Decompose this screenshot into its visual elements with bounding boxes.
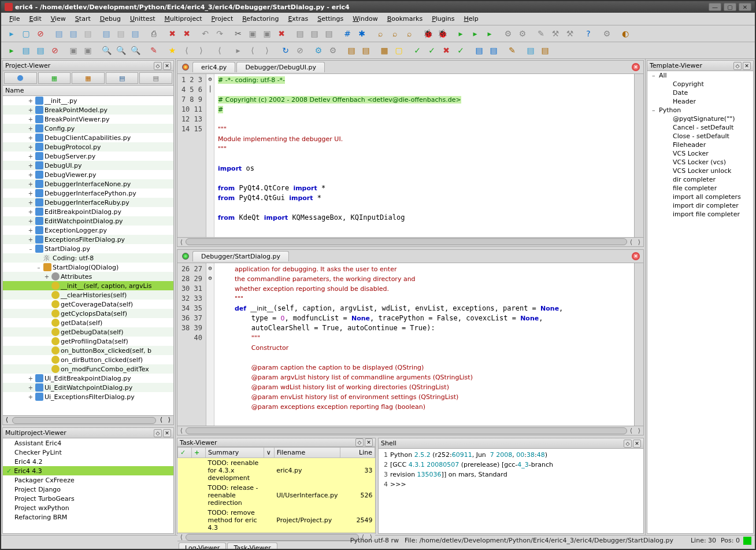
toolbar-button[interactable]: ◐	[618, 27, 632, 40]
expand-icon[interactable]: –	[35, 264, 42, 271]
toolbar-button[interactable]: ⟩	[260, 43, 274, 57]
expand-icon[interactable]: +	[27, 172, 34, 178]
project-tab-sources[interactable]	[4, 72, 37, 84]
tree-row[interactable]: +DebuggerInterfacePython.py	[3, 189, 173, 198]
toolbar-button[interactable]: ✎	[505, 43, 519, 57]
toolbar-button[interactable]: ✓	[454, 43, 468, 57]
toolbar-button[interactable]: ★	[165, 43, 179, 57]
toolbar-button[interactable]: ⚒	[549, 27, 562, 40]
tree-row[interactable]: getData(self)	[3, 318, 173, 327]
toolbar-button[interactable]: ⊘	[34, 27, 47, 40]
list-item[interactable]: Project TurboGears	[3, 494, 173, 503]
toolbar-button[interactable]: ▣	[246, 27, 260, 40]
expand-icon[interactable]: +	[27, 375, 34, 382]
project-scrollbar[interactable]: ⟨⟨⟩	[3, 415, 173, 425]
bottom-tab-log[interactable]: Log-Viewer	[179, 542, 226, 550]
menu-window[interactable]: Window	[348, 14, 382, 24]
toolbar-button[interactable]: 🔍	[114, 43, 128, 57]
tree-row[interactable]: –StartDialog.py	[3, 244, 173, 253]
bottom-tab-task[interactable]: Task-Viewer	[227, 542, 277, 550]
toolbar-button[interactable]: ▢	[19, 27, 33, 40]
panel-float-icon[interactable]: ◇	[154, 429, 162, 437]
maximize-button[interactable]: ▢	[724, 3, 736, 11]
task-col-summary[interactable]: Summary	[206, 448, 264, 458]
expand-icon[interactable]: +	[43, 274, 50, 280]
toolbar-button[interactable]: ▣	[260, 27, 274, 40]
tree-row[interactable]: +DebugViewer.py	[3, 170, 173, 179]
template-item[interactable]: import dir completer	[647, 201, 753, 210]
menu-view[interactable]: View	[46, 14, 71, 24]
toolbar-button[interactable]: ⚙	[501, 27, 515, 40]
toolbar-button[interactable]: 🔍	[128, 43, 142, 57]
editor1-body[interactable]: 1 2 3 4 5 6 7 8 9 10 11 12 13 14 15 ⊖ │ …	[177, 74, 643, 237]
toolbar-button[interactable]: ✖	[180, 27, 194, 40]
toolbar-button[interactable]: ▤	[359, 43, 373, 57]
template-item[interactable]: –All	[647, 71, 753, 80]
template-item[interactable]: @pyqtSignature("")	[647, 115, 753, 123]
tree-row[interactable]: __clearHistories(self)	[3, 290, 173, 300]
toolbar-button[interactable]: ▤	[322, 27, 336, 40]
menu-extras[interactable]: Extras	[283, 14, 313, 24]
editor1-hscroll[interactable]: ⟨⟨⟩	[177, 237, 643, 246]
toolbar-button[interactable]: ↻	[279, 43, 292, 57]
editor-close-icon[interactable]: ✕	[632, 63, 640, 71]
toolbar-button[interactable]: ▤	[114, 27, 128, 40]
tree-row[interactable]: +EditBreakpointDialog.py	[3, 207, 173, 216]
tree-row[interactable]: +DebugClientCapabilities.py	[3, 133, 173, 142]
toolbar-button[interactable]: ⊘	[293, 43, 307, 57]
task-col-filename[interactable]: Filename	[274, 448, 340, 458]
tree-row[interactable]: +DebuggerInterfaceRuby.py	[3, 198, 173, 207]
toolbar-button[interactable]: ✖	[165, 27, 179, 40]
template-tree[interactable]: –AllCopyrightDateHeader–Python@pyqtSigna…	[647, 71, 753, 533]
expand-icon[interactable]: –	[652, 72, 659, 79]
vscrollbar[interactable]	[634, 263, 643, 426]
expand-icon[interactable]: +	[27, 181, 34, 187]
menu-plugins[interactable]: Plugins	[427, 14, 459, 24]
toolbar-button[interactable]: ✖	[439, 43, 453, 57]
list-item[interactable]: Checker PyLint	[3, 448, 173, 457]
tree-row[interactable]: +__init__.py	[3, 96, 173, 105]
fold-column[interactable]: ⊖ │	[206, 74, 214, 237]
toolbar-button[interactable]: ⚙	[326, 43, 340, 57]
list-item[interactable]: Assistant Eric4	[3, 438, 173, 448]
task-table[interactable]: ✓+Summary∨FilenameLine TODO: reenable fo…	[177, 447, 375, 533]
tree-row[interactable]: +DebugUI.py	[3, 161, 173, 170]
tree-row[interactable]: +BreakPointViewer.py	[3, 115, 173, 124]
task-col-add[interactable]: +	[192, 448, 206, 458]
template-item[interactable]: Header	[647, 97, 753, 106]
toolbar-button[interactable]: ▤	[472, 43, 486, 57]
tree-row[interactable]: +Ui_EditBreakpointDialog.py	[3, 374, 173, 383]
toolbar-button[interactable]: ▣	[66, 43, 80, 57]
toolbar-button[interactable]: ▢	[392, 43, 406, 57]
toolbar-button[interactable]: ▸	[454, 27, 468, 40]
toolbar-button[interactable]: ⟩	[194, 43, 208, 57]
list-item[interactable]: Project Django	[3, 485, 173, 494]
expand-icon[interactable]: +	[27, 125, 34, 132]
toolbar-button[interactable]: ▤	[524, 43, 538, 57]
panel-close-icon[interactable]: ✕	[365, 438, 373, 446]
toolbar-button[interactable]: ▤	[66, 27, 80, 40]
menu-refactoring[interactable]: Refactoring	[238, 14, 283, 24]
expand-icon[interactable]: +	[27, 227, 34, 234]
line-gutter[interactable]: 26 27 28 29 30 31 32 33 34 35 36 37 38 3…	[177, 263, 206, 426]
toolbar-button[interactable]: ▤	[307, 27, 321, 40]
list-item[interactable]: Packager CxFreeze	[3, 475, 173, 485]
toolbar-button[interactable]: ↷	[213, 27, 227, 40]
tree-row[interactable]: +BreakPointModel.py	[3, 105, 173, 115]
template-item[interactable]: import file completer	[647, 210, 753, 219]
shell-body[interactable]: 1 2 3 4 Python 2.5.2 (r252:60911, Jun 7 …	[379, 449, 643, 533]
list-item[interactable]: Eric4 4.2	[3, 457, 173, 466]
template-item[interactable]: VCS Locker	[647, 149, 753, 158]
toolbar-button[interactable]: ✖	[275, 27, 288, 40]
toolbar-button[interactable]: ⟨	[213, 43, 227, 57]
tree-row[interactable]: getDebugData(self)	[3, 327, 173, 337]
menu-multiproject[interactable]: Multiproject	[160, 14, 206, 24]
template-item[interactable]: VCS Locker unlock	[647, 167, 753, 175]
toolbar-button[interactable]: ▸	[468, 27, 482, 40]
menu-help[interactable]: Help	[459, 14, 483, 24]
menu-start[interactable]: Start	[71, 14, 95, 24]
tree-row[interactable]: +DebugProtocol.py	[3, 142, 173, 152]
toolbar-button[interactable]: ⚙	[600, 27, 614, 40]
template-item[interactable]: dir completer	[647, 175, 753, 184]
panel-close-icon[interactable]: ✕	[163, 429, 171, 437]
